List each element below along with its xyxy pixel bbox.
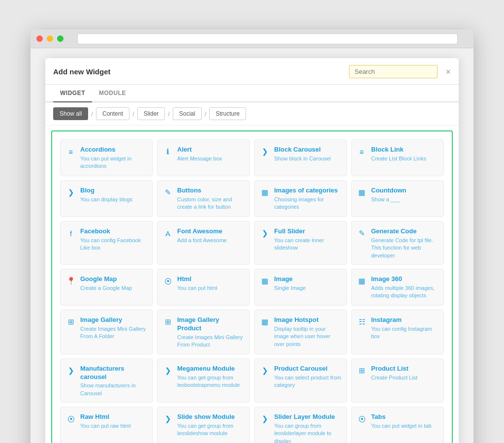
widget-card-product-carousel[interactable]: ❯ Product Carousel You can select produc… [254, 358, 347, 403]
widget-card-facebook[interactable]: f Facebook You can config Facebook Like … [60, 221, 153, 265]
filter-social[interactable]: Social [173, 107, 202, 120]
widget-card-buttons[interactable]: ✎ Buttons Custom color, size and create … [157, 180, 250, 217]
widget-name-tabs: Tabs [371, 413, 432, 421]
widget-card-instagram[interactable]: ☷ Instagram You can config Instagram box [351, 310, 444, 354]
widget-info-alert: Alert Alert Message box [177, 146, 222, 162]
widget-card-header-block-carousel: ❯ Block Carousel Show block in Carousel [259, 146, 342, 162]
widget-desc-image-gallery: Create Images Mini Gallery From A Folder [80, 325, 148, 341]
widget-card-header-product-list: ⊞ Product List Create Product List [356, 365, 439, 381]
widget-desc-image: Single Image [274, 285, 306, 292]
widget-card-header-font-awesome: A Font Awesome Add a font Awesome [162, 227, 245, 244]
dot-yellow[interactable] [47, 35, 53, 42]
widget-card-google-map[interactable]: 📍 Google Map Create a Google Map [60, 269, 153, 306]
close-button[interactable]: × [445, 67, 451, 76]
widget-icon-tabs: ⦿ [356, 413, 367, 424]
widget-icon-product-list: ⊞ [356, 365, 367, 376]
widget-card-generate-code[interactable]: ✎ Generate Code Generate Code for tpl fi… [351, 221, 444, 265]
widget-card-header-megamenu-module: ❯ Megamenu Module You can get group from… [162, 365, 245, 389]
widget-card-header-image-gallery-product: ⊞ Image Gallery Product Create Images Mi… [162, 316, 245, 349]
widget-icon-manufacturers-carousel: ❯ [65, 365, 76, 376]
filter-sep-4: / [205, 110, 207, 118]
widget-info-raw-html: Raw Html You can put raw html [80, 413, 130, 430]
filter-bar: Show all / Content / Slider / Social / S… [45, 102, 459, 126]
widget-card-blog[interactable]: ❯ Blog You can display blogs [60, 180, 153, 217]
filter-content[interactable]: Content [96, 107, 129, 120]
widget-info-buttons: Buttons Custom color, size and create a … [177, 187, 245, 211]
widget-card-image-gallery-product[interactable]: ⊞ Image Gallery Product Create Images Mi… [157, 310, 250, 354]
widget-card-header-image-gallery: ⊞ Image Gallery Create Images Mini Galle… [65, 316, 148, 341]
widget-desc-slider-layer: You can group from leosliderlayer module… [274, 422, 342, 443]
widget-desc-generate-code: Generate Code for tpl file. This functio… [371, 237, 439, 259]
widget-card-megamenu-module[interactable]: ❯ Megamenu Module You can get group from… [157, 358, 250, 403]
widget-desc-blog: You can display blogs [80, 196, 132, 203]
widget-info-blog: Blog You can display blogs [80, 187, 132, 203]
widget-card-images-categories[interactable]: ▦ Images of categories Choosing images f… [254, 180, 347, 217]
add-widget-modal: Add new Widget × WIDGET MODULE Show all … [45, 58, 459, 443]
widget-card-header-countdown: ▦ Countdown Show a ___ [356, 187, 439, 203]
filter-sep-3: / [168, 110, 170, 118]
widget-card-block-link[interactable]: ≡ Block Link Create List Block Links [351, 139, 444, 176]
tab-module[interactable]: MODULE [92, 85, 133, 102]
widget-card-header-slideshow-module: ❯ Slide show Module You can get group fr… [162, 413, 245, 438]
widget-info-slider-layer: Slider Layer Module You can group from l… [274, 413, 342, 443]
tab-widget[interactable]: WIDGET [53, 85, 92, 102]
widget-icon-generate-code: ✎ [356, 228, 367, 239]
widget-desc-accordions: You can put widget in accordions [80, 155, 148, 170]
widget-desc-font-awesome: Add a font Awesome [177, 237, 227, 244]
search-input[interactable] [349, 65, 438, 78]
widget-icon-accordions: ≡ [65, 146, 76, 157]
widget-card-slider-layer[interactable]: ❯ Slider Layer Module You can group from… [254, 407, 347, 443]
modal-header: Add new Widget × [45, 58, 459, 85]
widget-card-manufacturers-carousel[interactable]: ❯ Manufacturers carousel Show manufactur… [60, 358, 153, 403]
widget-card-html[interactable]: ⦿ Html You can put html [157, 269, 250, 306]
widget-icon-image: ▦ [259, 276, 270, 286]
dot-red[interactable] [36, 35, 43, 42]
widget-icon-block-carousel: ❯ [259, 146, 270, 157]
widget-card-countdown[interactable]: ▦ Countdown Show a ___ [351, 180, 444, 217]
widget-name-image-gallery-product: Image Gallery Product [177, 316, 245, 333]
widget-card-raw-html[interactable]: ⦿ Raw Html You can put raw html [60, 407, 153, 443]
widget-card-image-gallery[interactable]: ⊞ Image Gallery Create Images Mini Galle… [60, 310, 153, 354]
widget-desc-instagram: You can config Instagram box [371, 325, 439, 341]
widget-card-header-html: ⦿ Html You can put html [162, 275, 245, 292]
dot-green[interactable] [57, 35, 63, 42]
filter-show-all[interactable]: Show all [53, 107, 88, 120]
widget-card-tabs[interactable]: ⦿ Tabs You can put widget in tab [351, 407, 444, 443]
widget-card-font-awesome[interactable]: A Font Awesome Add a font Awesome [157, 221, 250, 265]
widget-info-megamenu-module: Megamenu Module You can get group from l… [177, 365, 245, 389]
widget-name-slideshow-module: Slide show Module [177, 413, 245, 421]
widget-icon-google-map: 📍 [65, 276, 76, 286]
widget-card-product-list[interactable]: ⊞ Product List Create Product List [351, 358, 444, 403]
widget-card-image[interactable]: ▦ Image Single Image [254, 269, 347, 306]
widget-card-header-full-slider: ❯ Full Slider You can create Inner slide… [259, 227, 342, 252]
widget-card-header-accordions: ≡ Accordions You can put widget in accor… [65, 146, 148, 170]
widget-card-image-360[interactable]: ▦ Image 360 Adds multiple 360 images, ro… [351, 269, 444, 306]
widget-card-alert[interactable]: ℹ Alert Alert Message box [157, 139, 250, 176]
widget-desc-megamenu-module: You can get group from leobootstrapmenu … [177, 374, 245, 389]
widget-card-image-hotspot[interactable]: ▦ Image Hotspot Display tooltip in your … [254, 310, 347, 354]
widget-name-image-hotspot: Image Hotspot [274, 316, 342, 324]
widget-card-full-slider[interactable]: ❯ Full Slider You can create Inner slide… [254, 221, 347, 265]
widget-card-header-google-map: 📍 Google Map Create a Google Map [65, 275, 148, 292]
widget-icon-html: ⦿ [162, 276, 173, 286]
widget-card-header-generate-code: ✎ Generate Code Generate Code for tpl fi… [356, 227, 439, 259]
widget-card-header-product-carousel: ❯ Product Carousel You can select produc… [259, 365, 342, 389]
widget-card-slideshow-module[interactable]: ❯ Slide show Module You can get group fr… [157, 407, 250, 443]
widget-card-accordions[interactable]: ≡ Accordions You can put widget in accor… [60, 139, 153, 176]
widget-icon-font-awesome: A [162, 228, 173, 239]
widget-name-raw-html: Raw Html [80, 413, 130, 421]
modal-background: Add new Widget × WIDGET MODULE Show all … [31, 48, 473, 443]
widget-desc-block-carousel: Show block in Carousel [274, 155, 331, 162]
widget-name-instagram: Instagram [371, 316, 439, 324]
widget-info-slideshow-module: Slide show Module You can get group from… [177, 413, 245, 438]
widget-info-accordions: Accordions You can put widget in accordi… [80, 146, 148, 170]
widget-card-header-facebook: f Facebook You can config Facebook Like … [65, 227, 148, 252]
widget-card-block-carousel[interactable]: ❯ Block Carousel Show block in Carousel [254, 139, 347, 176]
widget-desc-product-carousel: You can select product from category [274, 374, 342, 389]
widget-icon-full-slider: ❯ [259, 228, 270, 239]
filter-structure[interactable]: Structure [209, 107, 246, 120]
widget-name-blog: Blog [80, 187, 132, 195]
widget-info-generate-code: Generate Code Generate Code for tpl file… [371, 227, 439, 259]
widget-name-images-categories: Images of categories [274, 187, 342, 195]
filter-slider[interactable]: Slider [137, 107, 165, 120]
